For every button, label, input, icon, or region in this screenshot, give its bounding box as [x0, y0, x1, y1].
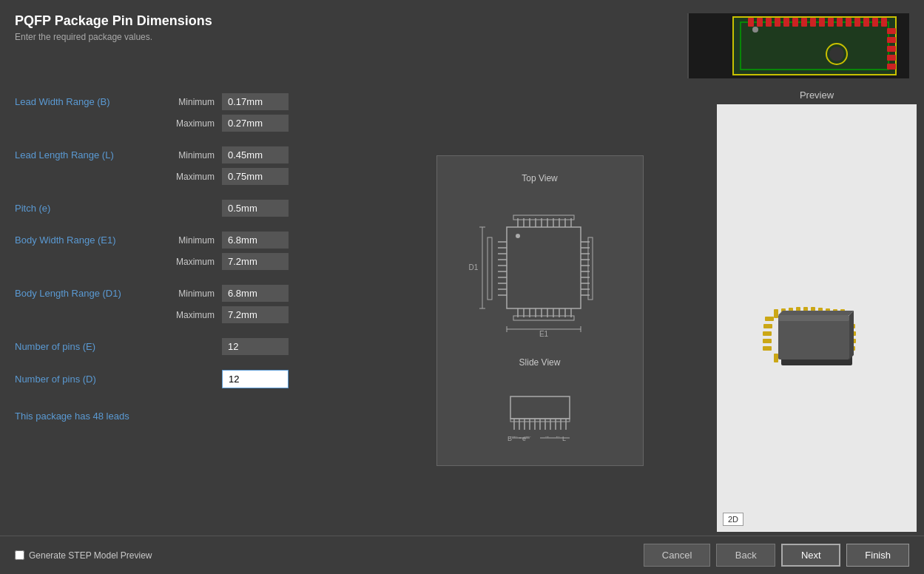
svg-rect-82 — [510, 396, 570, 419]
page-title: PQFP Package Pin Dimensions — [15, 13, 212, 29]
finish-button[interactable]: Finish — [846, 544, 909, 567]
body-length-min-input[interactable] — [222, 285, 289, 302]
header-left: PQFP Package Pin Dimensions Enter the re… — [15, 13, 212, 42]
svg-rect-8 — [783, 18, 789, 27]
svg-rect-107 — [774, 354, 778, 362]
svg-rect-21 — [887, 37, 896, 43]
lead-length-max-input[interactable] — [222, 168, 289, 185]
num-pins-d-input[interactable] — [222, 370, 289, 388]
svg-rect-11 — [810, 18, 816, 27]
preview-label: Preview — [717, 90, 917, 101]
footer-left: Generate STEP Model Preview — [15, 550, 152, 561]
svg-rect-129 — [763, 331, 772, 336]
chip-3d-svg — [728, 244, 906, 392]
body-width-label: Body Width Range (E1) — [15, 234, 163, 246]
svg-rect-18 — [872, 18, 878, 27]
footer-right: Cancel Back Next Finish — [644, 544, 909, 567]
center-panel: Top View — [370, 86, 709, 536]
body-length-row: Body Length Range (D1) Minimum — [15, 285, 355, 302]
preview-3d-area: 2D — [717, 104, 917, 532]
svg-text:E1: E1 — [539, 330, 548, 338]
svg-rect-73 — [488, 237, 492, 300]
lead-width-max-row: Maximum — [15, 115, 355, 132]
num-pins-e-label: Number of pins (E) — [15, 341, 163, 352]
svg-point-29 — [516, 234, 520, 238]
body-width-max-label: Maximum — [163, 257, 222, 267]
back-button[interactable]: Back — [716, 544, 775, 567]
lead-length-label: Lead Length Range (L) — [15, 149, 163, 161]
svg-marker-140 — [778, 311, 854, 315]
svg-rect-28 — [507, 227, 581, 308]
svg-rect-130 — [763, 339, 772, 343]
svg-rect-117 — [774, 309, 778, 318]
lead-width-min-input[interactable] — [222, 93, 289, 110]
lead-width-max-input[interactable] — [222, 115, 289, 132]
svg-point-27 — [752, 27, 758, 33]
svg-rect-4 — [748, 18, 754, 27]
generate-step-label: Generate STEP Model Preview — [29, 550, 152, 561]
pitch-row: Pitch (e) — [15, 200, 355, 217]
body-length-label: Body Length Range (D1) — [15, 288, 163, 299]
pitch-input[interactable] — [222, 200, 289, 217]
num-pins-d-section: Number of pins (D) — [15, 370, 355, 393]
num-pins-d-row: Number of pins (D) — [15, 370, 355, 388]
body-width-row: Body Width Range (E1) Minimum — [15, 232, 355, 249]
header: PQFP Package Pin Dimensions Enter the re… — [0, 0, 924, 86]
header-image — [687, 13, 909, 78]
body-length-max-label: Maximum — [163, 310, 222, 320]
lead-width-section: Lead Width Range (B) Minimum Maximum — [15, 93, 355, 136]
2d-button[interactable]: 2D — [723, 513, 743, 526]
svg-rect-22 — [887, 46, 896, 52]
body-width-section: Body Width Range (E1) Minimum Maximum — [15, 232, 355, 274]
lead-length-min-label: Minimum — [163, 150, 222, 161]
body-width-min-label: Minimum — [163, 235, 222, 246]
svg-text:←: ← — [526, 433, 532, 440]
right-panel: Preview — [709, 86, 924, 536]
pcb-preview-svg — [689, 13, 909, 78]
lead-width-max-label: Maximum — [163, 118, 222, 129]
svg-rect-5 — [757, 18, 763, 27]
svg-rect-10 — [801, 18, 807, 27]
slide-view-label: Slide View — [519, 357, 561, 368]
svg-text:→: → — [544, 433, 550, 440]
main-content: Lead Width Range (B) Minimum Maximum Lea… — [0, 86, 924, 536]
svg-rect-139 — [778, 315, 849, 321]
lead-width-row: Lead Width Range (B) Minimum — [15, 93, 355, 110]
leads-text: This package has 48 leads — [15, 411, 355, 422]
num-pins-d-label: Number of pins (D) — [15, 374, 163, 385]
generate-step-checkbox[interactable] — [15, 550, 24, 560]
body-length-max-input[interactable] — [222, 306, 289, 323]
svg-rect-20 — [887, 28, 896, 34]
svg-text:L: L — [562, 435, 566, 442]
svg-rect-15 — [846, 18, 852, 27]
body-length-min-label: Minimum — [163, 288, 222, 299]
lead-width-min-label: Minimum — [163, 97, 222, 107]
svg-rect-138 — [778, 315, 849, 359]
num-pins-e-section: Number of pins (E) — [15, 338, 355, 359]
top-view-svg: D1 E1 — [466, 205, 614, 338]
svg-text:D1: D1 — [468, 263, 478, 271]
lead-length-max-label: Maximum — [163, 172, 222, 182]
top-view-label: Top View — [522, 173, 557, 183]
svg-rect-127 — [765, 317, 774, 321]
svg-rect-16 — [854, 18, 860, 27]
next-button[interactable]: Next — [781, 544, 840, 567]
lead-length-max-row: Maximum — [15, 168, 355, 185]
body-width-max-input[interactable] — [222, 253, 289, 270]
svg-rect-17 — [863, 18, 869, 27]
generate-step-checkbox-label[interactable]: Generate STEP Model Preview — [15, 550, 152, 561]
num-pins-e-input[interactable] — [222, 338, 289, 355]
body-length-section: Body Length Range (D1) Minimum Maximum — [15, 285, 355, 328]
num-pins-e-row: Number of pins (E) — [15, 338, 355, 355]
svg-rect-128 — [763, 324, 772, 328]
svg-rect-19 — [881, 18, 887, 27]
svg-rect-12 — [819, 18, 825, 27]
svg-rect-23 — [887, 55, 896, 61]
lead-width-label: Lead Width Range (B) — [15, 96, 163, 107]
svg-rect-9 — [792, 18, 798, 27]
body-width-min-input[interactable] — [222, 232, 289, 249]
lead-length-min-input[interactable] — [222, 146, 289, 163]
svg-rect-24 — [887, 64, 896, 70]
slide-view-svg: B e L → ← → ← → ← — [466, 389, 614, 448]
cancel-button[interactable]: Cancel — [644, 544, 710, 567]
